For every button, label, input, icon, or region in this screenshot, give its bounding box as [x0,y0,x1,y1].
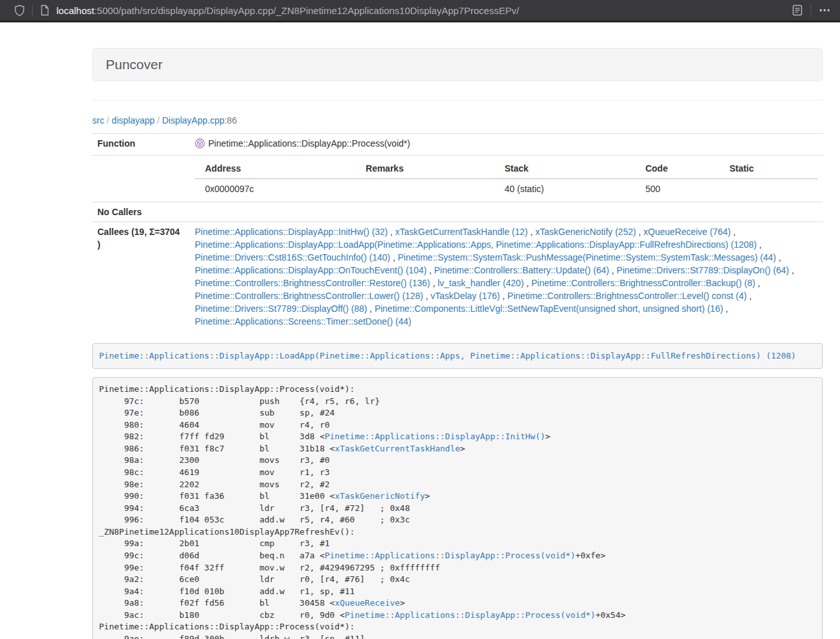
breadcrumb-item-src[interactable]: src [92,115,104,125]
highlighted-symbol-box: Pinetime::Applications::DisplayApp::Load… [92,343,823,369]
no-callers-row: No Callers [92,202,823,222]
callee-link[interactable]: Pinetime::Applications::DisplayApp::Init… [195,227,388,237]
stats-header: Stack [495,159,636,179]
callees-list: Pinetime::Applications::DisplayApp::Init… [195,225,818,328]
breadcrumb-separator: / [157,115,160,125]
callee-link[interactable]: xTaskGetCurrentTaskHandle (12) [395,227,528,237]
breadcrumb-separator: / [107,115,110,125]
stats-value [719,179,818,198]
callee-link[interactable]: xQueueReceive (764) [643,227,730,237]
stats-value [356,179,495,198]
function-label: Function [92,134,190,156]
address-bar[interactable]: localhost:5000/path/src/displayapp/Displ… [56,5,791,16]
loadapp-link[interactable]: Pinetime::Applications::DisplayApp::Load… [99,351,796,360]
callee-link[interactable]: Pinetime::Components::LittleVgl::SetNewT… [375,303,723,314]
callee-link[interactable]: Pinetime::Controllers::Battery::Update()… [434,265,609,275]
callee-link[interactable]: Pinetime::Drivers::St7789::DisplayOn() (… [616,265,789,275]
function-row: Function Pinetime::Applications::Display… [92,134,823,156]
page-content: Puncover src / displayapp / DisplayApp.c… [92,22,823,639]
callee-link[interactable]: Pinetime::Applications::Screens::Timer::… [195,316,411,327]
stats-row: AddressRemarksStackCodeStatic 0x0000097c… [92,156,823,202]
menu-button[interactable] [818,4,831,16]
breadcrumb-item-file[interactable]: DisplayApp.cpp [162,115,224,125]
stats-header: Code [635,159,719,179]
browser-topbar: localhost:5000/path/src/displayapp/Displ… [0,0,840,22]
stats-value: 40 (static) [495,179,636,198]
asm-symbol-link[interactable]: Pinetime::Applications::DisplayApp::Proc… [325,551,575,560]
stats-value: 500 [635,179,719,198]
toolbar-divider [32,4,33,17]
callee-link[interactable]: lv_task_handler (420) [438,278,524,288]
stats-value: 0x0000097c [195,179,356,198]
callees-row: Callees (19, Σ=3704 ) Pinetime::Applicat… [92,222,823,332]
asm-symbol-link[interactable]: xTaskGetCurrentTaskHandle [334,444,460,453]
stats-table: AddressRemarksStackCodeStatic 0x0000097c… [195,159,818,198]
shield-icon[interactable] [14,4,25,17]
stats-header: Static [719,159,818,179]
url-host: localhost [56,5,94,16]
asm-symbol-link[interactable]: Pinetime::Applications::DisplayApp::Proc… [345,610,595,620]
stats-header: Address [195,159,356,179]
breadcrumb-line-number: :86 [224,115,236,125]
callee-link[interactable]: xTaskGenericNotify (252) [535,227,636,237]
toolbar-divider [811,4,811,17]
page-icon[interactable] [40,4,49,16]
callee-link[interactable]: Pinetime::Applications::DisplayApp::Load… [195,239,757,250]
callee-link[interactable]: Pinetime::Controllers::BrightnessControl… [195,291,423,301]
function-table: Function Pinetime::Applications::Display… [92,133,823,331]
asm-symbol-link[interactable]: xQueueReceive [334,598,400,608]
page-title: Puncover [106,57,163,72]
stats-header-row: AddressRemarksStackCodeStatic [195,159,818,179]
no-callers-label: No Callers [92,202,190,222]
callees-cell: Pinetime::Applications::DisplayApp::Init… [190,222,823,332]
cube-icon [195,138,205,152]
callee-link[interactable]: Pinetime::Controllers::BrightnessControl… [195,278,430,288]
function-name: Pinetime::Applications::DisplayApp::Proc… [208,138,410,149]
section-divider [92,100,823,101]
callee-link[interactable]: Pinetime::Controllers::BrightnessControl… [507,291,746,301]
callee-link[interactable]: vTaskDelay (176) [431,291,500,301]
callee-link[interactable]: Pinetime::System::SystemTask::PushMessag… [398,252,777,263]
callee-link[interactable]: Pinetime::Applications::DisplayApp::OnTo… [195,265,427,275]
asm-symbol-link[interactable]: xTaskGenericNotify [334,491,425,501]
callee-link[interactable]: Pinetime::Controllers::BrightnessControl… [531,278,755,288]
stats-value-row: 0x0000097c40 (static)500 [195,179,818,198]
breadcrumb: src / displayapp / DisplayApp.cpp:86 [92,114,823,127]
asm-symbol-link[interactable]: Pinetime::Applications::DisplayApp::Init… [325,432,545,441]
callee-link[interactable]: Pinetime::Drivers::Cst816S::GetTouchInfo… [195,252,390,263]
url-path: :5000/path/src/displayapp/DisplayApp.cpp… [94,5,519,16]
disassembly: Pinetime::Applications::DisplayApp::Proc… [92,377,823,639]
function-name-cell: Pinetime::Applications::DisplayApp::Proc… [190,134,823,156]
breadcrumb-item-displayapp[interactable]: displayapp [111,115,154,125]
reader-mode-button[interactable] [791,4,803,17]
no-callers-cell [190,202,823,222]
page-header: Puncover [92,48,823,81]
callee-link[interactable]: Pinetime::Drivers::St7789::DisplayOff() … [195,303,367,314]
stats-header: Remarks [356,159,495,179]
callees-label: Callees (19, Σ=3704 ) [92,222,190,332]
stats-cell: AddressRemarksStackCodeStatic 0x0000097c… [190,156,823,202]
stats-row-label [92,156,190,202]
